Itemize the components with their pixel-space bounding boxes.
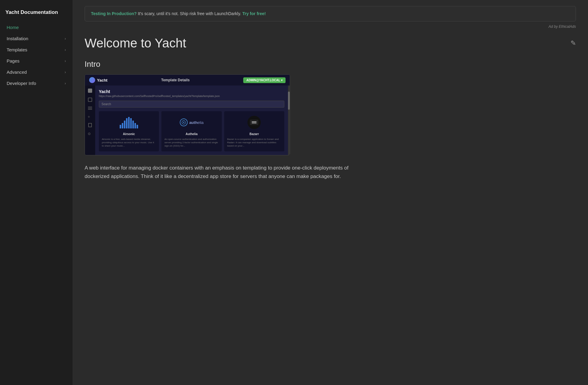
add-icon: + <box>88 115 92 118</box>
bar7 <box>132 121 134 128</box>
sidebar-item-label: Developer Info <box>7 81 36 86</box>
yacht-card-bazarr: Bazarr Bazarr is a companion application… <box>224 111 284 151</box>
sidebar-item-label: Installation <box>7 36 28 41</box>
sidebar-title: Yacht Documentation <box>0 6 73 22</box>
bar1 <box>120 125 121 128</box>
page-heading-row: Welcome to Yacht ✎ <box>85 36 576 50</box>
sidebar-item-advanced[interactable]: Advanced › <box>1 66 71 78</box>
bazarr-card-desc: Bazarr is a companion application to Son… <box>227 138 281 148</box>
bazarr-card-name: Bazarr <box>250 132 259 136</box>
sidebar: Yacht Documentation Home Installation › … <box>0 0 73 385</box>
containers-icon <box>88 98 92 102</box>
yacht-card-airsonic: Airsonic Airsonic is a free, web-based m… <box>99 111 159 151</box>
authelia-logo: authelia <box>183 115 201 130</box>
yacht-search[interactable]: Search <box>99 101 284 108</box>
bar9 <box>137 125 138 128</box>
yacht-screenshot: Yacht Template Details ADMIN@YACHT.LOCAL… <box>85 74 290 155</box>
sidebar-item-pages[interactable]: Pages › <box>1 55 71 66</box>
bazarr-screen <box>250 120 258 125</box>
airsonic-card-desc: Airsonic is a free, web-based media stre… <box>102 138 156 148</box>
bar8 <box>134 123 136 128</box>
sidebar-item-home[interactable]: Home <box>1 22 71 33</box>
bar6 <box>130 118 132 128</box>
authelia-card-desc: An open-source authentication and author… <box>164 138 218 148</box>
chevron-right-icon: › <box>65 81 66 86</box>
yacht-scrollbar[interactable] <box>288 86 290 155</box>
airsonic-bars <box>120 116 138 128</box>
yacht-user-button[interactable]: ADMIN@YACHT.LOCAL ▾ <box>243 77 286 83</box>
chevron-right-icon: › <box>65 48 66 52</box>
edit-icon[interactable]: ✎ <box>570 39 576 47</box>
sidebar-item-developer-info[interactable]: Developer Info › <box>1 78 71 89</box>
chevron-right-icon: › <box>65 70 66 74</box>
airsonic-card-name: Airsonic <box>123 132 135 136</box>
yacht-topbar: Yacht Template Details ADMIN@YACHT.LOCAL… <box>85 75 290 86</box>
bazarr-line1 <box>252 121 257 122</box>
intro-description: A web interface for managing docker cont… <box>85 164 357 181</box>
yacht-logo-icon <box>89 77 95 83</box>
authelia-svg <box>179 118 188 127</box>
chevron-right-icon: › <box>65 59 66 63</box>
sidebar-item-label: Pages <box>7 58 20 63</box>
chevron-right-icon: › <box>65 37 66 41</box>
yacht-logo: Yacht <box>89 77 108 83</box>
authelia-text: authelia <box>189 120 204 125</box>
yacht-inner-title: Yacht <box>99 89 284 94</box>
page-title: Welcome to Yacht <box>85 36 186 50</box>
svg-point-2 <box>183 122 184 123</box>
yacht-body: + ⚙ Yacht https://raw.githubusercontent.… <box>85 86 290 155</box>
authelia-circle-wrapper <box>179 118 188 127</box>
yacht-ui-mock: Yacht Template Details ADMIN@YACHT.LOCAL… <box>85 75 290 155</box>
yacht-scrollbar-thumb <box>288 92 290 110</box>
bar5 <box>128 117 130 128</box>
yacht-cards: Airsonic Airsonic is a free, web-based m… <box>99 111 284 151</box>
ad-bold-text: Testing In Production? <box>91 11 137 16</box>
settings-icon: ⚙ <box>88 132 92 136</box>
main-content: Testing In Production? It's scary, until… <box>73 0 588 385</box>
list-icon <box>88 107 92 110</box>
sidebar-item-label: Home <box>7 25 19 30</box>
intro-heading: Intro <box>85 60 576 69</box>
yacht-logo-text: Yacht <box>97 78 108 82</box>
files-icon <box>88 123 92 127</box>
airsonic-logo <box>120 115 138 130</box>
yacht-inner-url: https://raw.githubusercontent.com/Selfho… <box>99 95 284 98</box>
yacht-card-authelia: authelia Authelia An open-source authent… <box>161 111 221 151</box>
yacht-nav-center: Template Details <box>112 78 239 82</box>
dashboard-icon <box>88 89 92 93</box>
bar2 <box>122 123 123 128</box>
sidebar-item-templates[interactable]: Templates › <box>1 44 71 55</box>
sidebar-item-label: Advanced <box>7 70 27 75</box>
ad-body-text: It's scary, until it's not. Ship risk fr… <box>138 11 242 16</box>
bazarr-robot <box>247 116 261 129</box>
yacht-sidebar-icons: + ⚙ <box>85 86 95 155</box>
ad-by-text: Ad by EthicalAds <box>85 24 576 29</box>
yacht-content-area: Yacht https://raw.githubusercontent.com/… <box>95 86 288 155</box>
authelia-logo-inner: authelia <box>179 118 204 127</box>
bar3 <box>124 121 125 128</box>
sidebar-item-label: Templates <box>7 47 27 52</box>
bazarr-logo <box>245 115 263 130</box>
sidebar-item-installation[interactable]: Installation › <box>1 33 71 44</box>
ad-banner: Testing In Production? It's scary, until… <box>85 6 576 21</box>
ad-link[interactable]: Try for free! <box>242 11 266 16</box>
authelia-card-name: Authelia <box>186 132 197 136</box>
bazarr-lines <box>252 121 257 123</box>
bar4 <box>126 118 128 128</box>
bazarr-line2 <box>252 123 257 123</box>
